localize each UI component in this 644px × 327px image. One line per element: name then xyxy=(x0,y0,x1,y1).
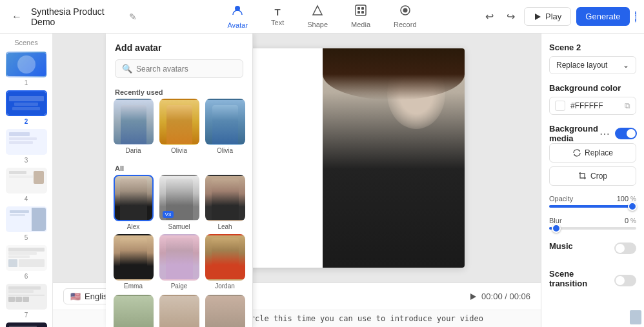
blur-value: 0 xyxy=(625,217,629,224)
avatar-name-olivia2: Olivia xyxy=(217,147,233,154)
svg-rect-5 xyxy=(361,11,364,14)
scene-transition-label: Scene transition xyxy=(549,269,614,288)
blur-slider-track[interactable] xyxy=(549,227,636,230)
copy-icon[interactable]: ⧉ xyxy=(625,101,630,110)
avatar-search-input[interactable] xyxy=(136,64,236,74)
crop-button[interactable]: Crop xyxy=(549,166,636,186)
avatar-card-alex[interactable]: Alex xyxy=(112,175,154,230)
canvas-avatar xyxy=(323,48,465,268)
crop-icon xyxy=(578,172,587,181)
nav-item-media[interactable]: Media xyxy=(341,1,381,32)
blur-value-row: 0 % xyxy=(625,217,636,224)
avatar-name-olivia1: Olivia xyxy=(171,147,187,154)
avatar-card-samuel[interactable]: V3 Samuel xyxy=(158,175,200,230)
layout-label: Replace layout xyxy=(556,61,607,70)
bg-media-toggle[interactable] xyxy=(615,128,637,139)
avatar-search-box[interactable]: 🔍 xyxy=(115,59,243,78)
layout-dropdown[interactable]: Replace layout ⌄ xyxy=(549,56,636,74)
avatar-thumb-samuel: V3 xyxy=(159,175,199,221)
edit-title-icon[interactable]: ✎ xyxy=(129,12,137,22)
scene-number-4: 4 xyxy=(25,195,28,203)
avatar-card-olivia2[interactable]: Olivia xyxy=(204,99,246,154)
replace-button[interactable]: Replace xyxy=(549,143,636,163)
time-value: 00:00 / 00:06 xyxy=(481,292,530,301)
blur-slider-thumb[interactable] xyxy=(552,224,561,233)
avatar-card-emma[interactable]: Emma xyxy=(112,234,154,290)
redo-button[interactable]: ↪ xyxy=(503,8,519,25)
play-label: Play xyxy=(545,12,561,21)
scene-number-3: 3 xyxy=(25,157,28,164)
replace-label: Replace xyxy=(585,148,613,157)
scene-item-4[interactable]: 4 xyxy=(4,168,48,203)
chevron-down-icon: ⌄ xyxy=(623,61,629,70)
bg-color-title: Background color xyxy=(549,83,636,93)
scenes-sidebar: Scenes 1 2 xyxy=(0,34,53,327)
play-icon xyxy=(468,292,478,301)
scene-number-5: 5 xyxy=(25,234,28,241)
scene-transition-row: Scene transition xyxy=(549,266,636,295)
avatar-name-alex: Alex xyxy=(127,223,139,230)
topbar-left: ← Synthesia Product Demo ✎ xyxy=(8,6,137,27)
opacity-label: Opacity xyxy=(549,195,573,203)
more-options-button[interactable]: ⋯ xyxy=(598,126,611,141)
nav-item-record[interactable]: Record xyxy=(383,1,427,32)
avatar-thumb-emma xyxy=(114,234,154,281)
info-icon[interactable]: i xyxy=(635,11,636,23)
avatar-card-extra3[interactable] xyxy=(204,295,246,327)
search-icon: 🔍 xyxy=(122,64,132,74)
scene-transition-toggle[interactable] xyxy=(614,275,636,286)
avatar-name-jordan: Jordan xyxy=(215,282,235,290)
bg-media-label: Background media xyxy=(549,124,598,143)
scene-item-3[interactable]: 3 xyxy=(4,129,48,164)
scene-item-6[interactable]: 6 xyxy=(4,245,48,280)
scene-number-6: 6 xyxy=(25,273,28,280)
scene-item-5[interactable]: 5 xyxy=(4,206,48,241)
avatar-card-paige[interactable]: Paige xyxy=(158,234,200,290)
avatar-card-jordan[interactable]: Jordan xyxy=(204,234,246,290)
scene-number-2: 2 xyxy=(25,118,28,125)
nav-item-avatar[interactable]: Avatar xyxy=(217,0,258,33)
generate-button[interactable]: Generate xyxy=(576,7,629,26)
avatar-card-extra1[interactable] xyxy=(112,295,154,327)
opacity-slider-track[interactable] xyxy=(549,205,636,208)
scene-thumb-6 xyxy=(6,245,47,271)
avatar-card-leah[interactable]: Leah xyxy=(204,175,246,230)
scene-thumb-8 xyxy=(6,322,47,327)
nav-item-text[interactable]: T Text xyxy=(261,3,294,30)
media-nav-icon xyxy=(355,5,367,19)
more-avatars-grid xyxy=(106,295,252,327)
right-panel: Scene 2 Replace layout ⌄ Background colo… xyxy=(541,34,644,327)
v3-badge-samuel: V3 xyxy=(163,211,174,218)
undo-button[interactable]: ↩ xyxy=(481,8,498,25)
avatar-card-olivia1[interactable]: Olivia xyxy=(158,99,200,154)
avatar-name-leah: Leah xyxy=(217,223,232,230)
nav-item-shape[interactable]: Shape xyxy=(297,1,338,32)
scene-item-8[interactable]: 8 xyxy=(4,322,48,327)
shape-nav-icon xyxy=(312,5,323,19)
opacity-slider-thumb[interactable] xyxy=(628,202,637,211)
color-row[interactable]: #FFFFFF ⧉ xyxy=(549,97,636,115)
avatar-card-daria[interactable]: Daria xyxy=(112,99,154,154)
opacity-slider-row: Opacity 100 % xyxy=(549,195,636,208)
scene-item-7[interactable]: 7 xyxy=(4,284,48,319)
project-title: Synthesia Product Demo xyxy=(31,6,124,27)
nav-label-shape: Shape xyxy=(307,21,328,28)
blur-unit: % xyxy=(630,217,636,224)
avatar-card-extra2[interactable] xyxy=(158,295,200,327)
scene-thumb-4 xyxy=(6,168,47,193)
avatar-thumb-extra2 xyxy=(159,295,199,327)
blur-slider-row: Blur 0 % xyxy=(549,217,636,230)
music-toggle[interactable] xyxy=(614,243,636,254)
scene-thumb-2 xyxy=(6,90,47,116)
music-section: Music xyxy=(549,239,636,257)
avatar-panel: Add avatar 🔍 Recently used Daria xyxy=(106,34,253,327)
scene-item-1[interactable]: 1 xyxy=(4,52,48,86)
avatar-panel-header: Add avatar 🔍 xyxy=(106,34,252,83)
blur-section: Blur 0 % xyxy=(549,217,636,230)
record-nav-icon xyxy=(399,5,411,19)
play-button[interactable]: Play xyxy=(524,7,571,26)
canvas-area: Add avatar 🔍 Recently used Daria xyxy=(53,34,541,327)
scene-title: Scene 2 xyxy=(549,43,636,52)
scene-item-2[interactable]: 2 xyxy=(4,90,48,125)
back-button[interactable]: ← xyxy=(8,8,26,25)
